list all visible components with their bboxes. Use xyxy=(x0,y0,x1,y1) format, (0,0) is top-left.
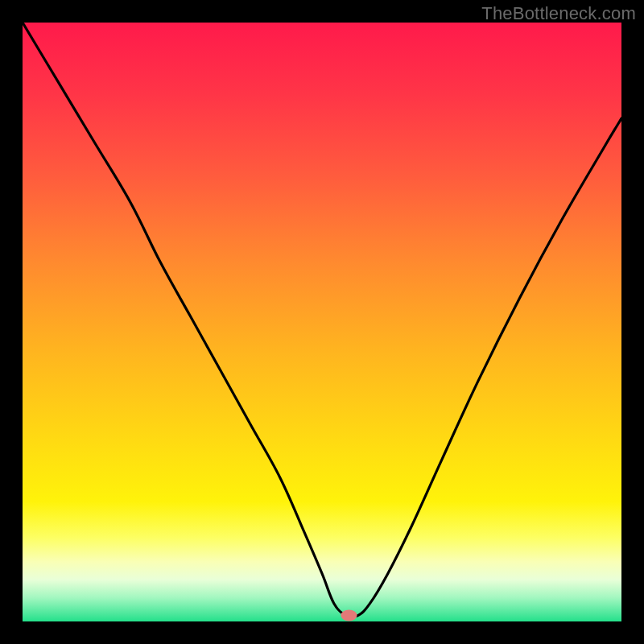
watermark-text: TheBottleneck.com xyxy=(481,3,636,24)
min-marker xyxy=(341,610,357,621)
chart-frame: TheBottleneck.com xyxy=(0,0,644,644)
curve-layer xyxy=(23,23,621,621)
bottleneck-curve xyxy=(23,23,621,617)
plot-area xyxy=(23,23,621,621)
